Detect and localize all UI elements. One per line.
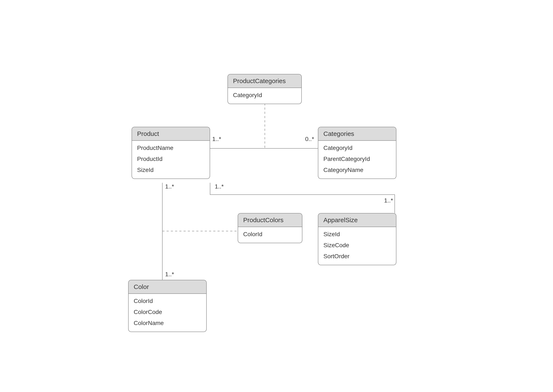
multiplicity: 1..* xyxy=(212,136,221,142)
attribute: CategoryId xyxy=(323,142,391,154)
entity-title: ApparelSize xyxy=(318,213,396,227)
entity-categories: Categories CategoryId ParentCategoryId C… xyxy=(318,127,396,179)
attribute: ColorId xyxy=(243,229,297,240)
entity-title: Color xyxy=(129,280,206,294)
connector-layer xyxy=(0,0,553,392)
entity-attributes: ColorId xyxy=(238,227,302,243)
attribute: CategoryId xyxy=(233,90,296,101)
entity-product-categories: ProductCategories CategoryId xyxy=(228,74,302,104)
attribute: SizeId xyxy=(137,165,205,175)
attribute: ColorId xyxy=(134,295,201,307)
multiplicity: 1..* xyxy=(384,197,393,204)
attribute: SortOrder xyxy=(323,251,391,262)
attribute: SizeCode xyxy=(323,240,391,251)
entity-attributes: ColorId ColorCode ColorName xyxy=(129,294,206,332)
multiplicity: 1..* xyxy=(165,271,174,278)
entity-product-colors: ProductColors ColorId xyxy=(238,213,302,243)
attribute: ParentCategoryId xyxy=(323,154,391,165)
attribute: CategoryName xyxy=(323,165,391,175)
attribute: ProductId xyxy=(137,154,205,165)
entity-attributes: ProductName ProductId SizeId xyxy=(132,141,210,179)
entity-title: ProductColors xyxy=(238,213,302,227)
entity-title: ProductCategories xyxy=(228,74,301,88)
diagram-canvas: ProductCategories CategoryId Product Pro… xyxy=(0,0,553,392)
multiplicity: 0..* xyxy=(305,136,314,142)
multiplicity: 1..* xyxy=(165,183,174,190)
entity-title: Categories xyxy=(318,127,396,141)
entity-attributes: CategoryId xyxy=(228,88,301,104)
attribute: SizeId xyxy=(323,229,391,240)
entity-product: Product ProductName ProductId SizeId xyxy=(132,127,210,179)
entity-apparel-size: ApparelSize SizeId SizeCode SortOrder xyxy=(318,213,396,265)
entity-title: Product xyxy=(132,127,210,141)
attribute: ColorCode xyxy=(134,307,201,318)
attribute: ProductName xyxy=(137,142,205,154)
entity-attributes: CategoryId ParentCategoryId CategoryName xyxy=(318,141,396,179)
multiplicity: 1..* xyxy=(215,183,224,190)
entity-attributes: SizeId SizeCode SortOrder xyxy=(318,227,396,265)
attribute: ColorName xyxy=(134,318,201,329)
entity-color: Color ColorId ColorCode ColorName xyxy=(128,280,207,332)
